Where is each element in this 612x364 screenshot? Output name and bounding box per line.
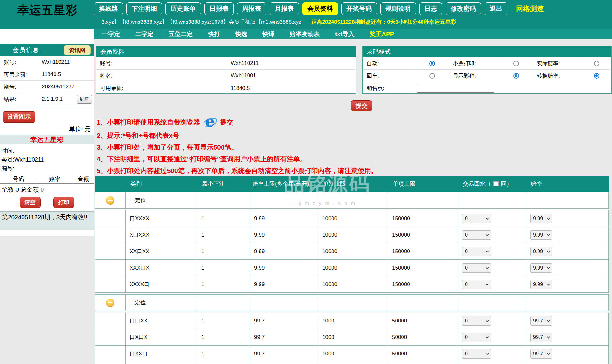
- cell-rebate: 0: [458, 313, 526, 329]
- refresh-button[interactable]: 刷新: [77, 95, 92, 104]
- subnav-item-1[interactable]: 二字定: [135, 30, 153, 38]
- select-value: 99.7: [533, 335, 543, 340]
- chevron-down-icon: [547, 216, 550, 220]
- cell-bet-limit: 10000: [318, 276, 388, 292]
- odds-select[interactable]: 99.7: [530, 316, 552, 326]
- subnav-item-2[interactable]: 五位二定: [169, 30, 193, 38]
- mode-radio-2[interactable]: [594, 61, 599, 66]
- cell-item-limit: 150000: [388, 227, 458, 243]
- info-label-3: 结果:: [4, 96, 42, 103]
- mode-label-1: 小票打印:: [449, 57, 499, 70]
- note-line-1: 1、小票打印请使用系统自带浏览器 e 提交: [97, 115, 461, 130]
- news-site-button[interactable]: 资讯网: [64, 45, 91, 55]
- info-row-2: 期号:20240511227: [0, 81, 94, 93]
- validity-note: 第20240511228期，3天内有效!!: [0, 211, 94, 230]
- profile-value-2: 11840.5: [227, 82, 356, 94]
- mode-radio-1[interactable]: [513, 61, 519, 66]
- rebate-select[interactable]: 0: [462, 333, 491, 342]
- rebate-select[interactable]: 0: [462, 230, 491, 240]
- rebate-select[interactable]: 0: [462, 247, 491, 256]
- subnav-item-6[interactable]: 赔率变动表: [290, 30, 320, 38]
- cell-odds: 99.7: [526, 362, 609, 364]
- limit-row-1-3: X口口X199.7100050000099.7: [95, 362, 609, 364]
- rebate-select[interactable]: 0: [462, 349, 491, 359]
- select-value: 9.99: [533, 282, 543, 287]
- collapse-minus-icon[interactable]: [106, 196, 114, 205]
- print-button[interactable]: 打印: [53, 197, 74, 208]
- nav-item-6[interactable]: 会员资料: [302, 2, 338, 15]
- cell-rebate: 0: [458, 210, 526, 227]
- cell-odds-cap: 99.7: [250, 329, 318, 345]
- odds-select[interactable]: 9.99: [530, 247, 552, 256]
- nav-item-8[interactable]: 规则说明: [380, 2, 416, 15]
- odds-select[interactable]: 9.99: [530, 280, 552, 289]
- rebate-select[interactable]: 0: [462, 214, 491, 223]
- group-name: 一定位: [126, 192, 197, 208]
- subnav-item-5[interactable]: 快译: [262, 30, 274, 38]
- collapse-minus-icon[interactable]: [106, 299, 114, 307]
- empty-cell: [318, 192, 388, 208]
- select-value: 0: [465, 265, 468, 271]
- header-category: 类别: [125, 180, 197, 188]
- odds-select[interactable]: 99.7: [530, 349, 552, 359]
- select-value: 99.7: [533, 318, 543, 324]
- nav-item-11[interactable]: 退出: [485, 2, 507, 15]
- nav-item-3[interactable]: 日报表: [204, 2, 234, 15]
- cell-min-bet: 1: [197, 227, 250, 243]
- rebate-same-checkbox[interactable]: [493, 181, 499, 186]
- mode-radio-0[interactable]: [429, 61, 435, 66]
- rebate-select[interactable]: 0: [462, 280, 491, 289]
- chevron-down-icon: [547, 282, 550, 285]
- nav-item-9[interactable]: 日志: [419, 2, 442, 15]
- select-value: 0: [465, 351, 468, 357]
- cell-bet-limit: 10000: [318, 227, 388, 243]
- sales-point-input[interactable]: [417, 84, 494, 93]
- cell-bet-limit: 10000: [318, 210, 388, 227]
- set-icon-button[interactable]: 设置图示: [3, 111, 35, 123]
- cell-odds-cap: 9.99: [250, 260, 318, 276]
- empty-cell: [318, 295, 388, 311]
- nav-item-5[interactable]: 月报表: [270, 2, 299, 15]
- submit-button[interactable]: 提交: [351, 100, 372, 111]
- cell-rebate: 0: [458, 260, 526, 276]
- nav-item-1[interactable]: 下注明细: [126, 2, 162, 15]
- cell-category: XXXX口: [126, 276, 197, 292]
- subnav-item-0[interactable]: 一字定: [102, 30, 120, 38]
- empty-cell: [250, 295, 318, 311]
- mode-radio-5[interactable]: [594, 73, 599, 79]
- rebate-select[interactable]: 0: [462, 263, 491, 273]
- profile-label-0: 账号:: [96, 57, 227, 69]
- nav-item-4[interactable]: 周报表: [237, 2, 266, 15]
- nav-item-0[interactable]: 换线路: [94, 2, 123, 15]
- cell-rebate: 0: [458, 329, 526, 345]
- odds-select[interactable]: 9.99: [530, 230, 552, 240]
- mode-radio-3[interactable]: [429, 73, 435, 79]
- odds-select[interactable]: 9.99: [530, 214, 552, 223]
- nav-item-2[interactable]: 历史账单: [165, 2, 201, 15]
- cell-category: X口XXX: [126, 227, 197, 243]
- subnav-item-8[interactable]: 奖王APP: [370, 30, 394, 38]
- profile-rows: 账号:Wxh110211姓名:Wxh11001可用余额:11840.5: [96, 57, 356, 94]
- clear-button[interactable]: 清空: [20, 197, 41, 208]
- mode-radio-cell-3: [415, 70, 449, 82]
- odds-select[interactable]: 9.99: [530, 263, 552, 273]
- select-value: 9.99: [533, 249, 543, 254]
- subnav-item-3[interactable]: 快打: [208, 30, 220, 38]
- cell-odds-cap: 9.99: [250, 227, 318, 243]
- subnav-item-7[interactable]: txt导入: [335, 30, 354, 38]
- mode-radio-cell-4: [499, 70, 533, 82]
- speed-test-link[interactable]: 网络测速: [516, 4, 544, 14]
- nav-item-10[interactable]: 修改密码: [446, 2, 481, 15]
- chevron-down-icon: [547, 233, 550, 236]
- nav-item-7[interactable]: 开奖号码: [341, 2, 377, 15]
- odds-select[interactable]: 99.7: [530, 333, 552, 342]
- subnav-item-4[interactable]: 快选: [235, 30, 247, 38]
- cell-item-limit: 150000: [388, 276, 458, 292]
- rebate-select[interactable]: 0: [462, 316, 491, 326]
- note-line-3: 3、小票打印处，增加了分页，每页显示500笔。: [97, 143, 461, 152]
- mode-radio-4[interactable]: [513, 73, 519, 79]
- cell-category: X口口X: [126, 362, 197, 364]
- ticket-totals: 笔数 0 总金额 0: [0, 184, 94, 194]
- limits-table-header: 类别 最小下注 赔率上限(多个用/分开) 单注上限 单项上限 交易回水（ 同） …: [95, 176, 609, 192]
- cell-bet-limit: 10000: [318, 243, 388, 259]
